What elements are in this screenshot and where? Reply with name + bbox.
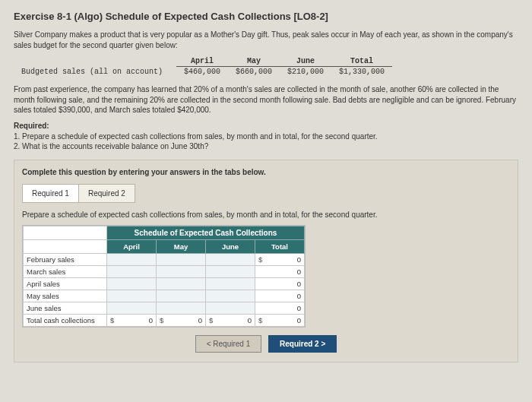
sched-col-may: May (157, 239, 206, 253)
row-june: June sales 0 (24, 302, 305, 314)
schedule-title: Schedule of Expected Cash Collections (107, 226, 305, 239)
cell-mar-april[interactable] (107, 265, 157, 277)
rowlbl-may: May sales (24, 290, 107, 302)
row-february: February sales $0 (24, 253, 305, 265)
col-april: April (176, 56, 228, 67)
rowlbl-jun: June sales (24, 302, 107, 314)
cell-apr-june[interactable] (206, 277, 255, 290)
cell-apr-may[interactable] (157, 277, 206, 290)
exercise-title: Exercise 8-1 (Algo) Schedule of Expected… (14, 11, 518, 22)
answer-panel: Complete this question by entering your … (14, 160, 518, 362)
cell-may-april[interactable] (107, 290, 157, 302)
cell-may-june[interactable] (206, 290, 255, 302)
val-june: $210,000 (280, 67, 331, 78)
cell-mar-june[interactable] (206, 265, 255, 277)
tabs: Required 1 Required 2 (22, 184, 510, 203)
rowlbl-feb: February sales (24, 253, 107, 265)
rowlbl-total: Total cash collections (24, 314, 107, 326)
cell-may-total: 0 (255, 290, 305, 302)
sched-col-june: June (206, 239, 255, 253)
val-total: $1,330,000 (331, 67, 392, 78)
required-heading: Required: (14, 122, 518, 130)
cell-apr-total: 0 (255, 277, 305, 290)
cell-may-may[interactable] (157, 290, 206, 302)
cell-tot-april: $0 (107, 314, 157, 326)
row-total: Total cash collections $0 $0 $0 $0 (24, 314, 305, 326)
cell-mar-total: 0 (255, 265, 305, 277)
cell-jun-may[interactable] (157, 302, 206, 314)
tab-required-2[interactable]: Required 2 (79, 184, 135, 203)
nav-buttons: < Required 1 Required 2 > (22, 335, 510, 353)
cell-feb-total: $0 (255, 253, 305, 265)
rowlbl-mar: March sales (24, 265, 107, 277)
cell-jun-june[interactable] (206, 302, 255, 314)
cell-feb-may[interactable] (157, 253, 206, 265)
nav-next-button[interactable]: Required 2 > (268, 335, 337, 353)
cell-feb-june[interactable] (206, 253, 255, 265)
cell-tot-may: $0 (157, 314, 206, 326)
budget-row-label: Budgeted sales (all on account) (14, 67, 176, 78)
cell-jun-total: 0 (255, 302, 305, 314)
panel-instruction: Complete this question by entering your … (22, 168, 510, 176)
schedule-table: Schedule of Expected Cash Collections Ap… (23, 226, 305, 327)
required-item-1: 1. Prepare a schedule of expected cash c… (14, 131, 518, 142)
rowlbl-apr: April sales (24, 277, 107, 290)
cell-apr-april[interactable] (107, 277, 157, 290)
tab1-instruction: Prepare a schedule of expected cash coll… (22, 210, 510, 219)
cell-tot-june: $0 (206, 314, 255, 326)
schedule-table-wrap: Schedule of Expected Cash Collections Ap… (22, 225, 306, 328)
cell-mar-may[interactable] (157, 265, 206, 277)
row-may: May sales 0 (24, 290, 305, 302)
budget-table: April May June Total Budgeted sales (all… (14, 56, 392, 77)
row-march: March sales 0 (24, 265, 305, 277)
row-april: April sales 0 (24, 277, 305, 290)
sched-col-total: Total (255, 239, 305, 253)
cell-jun-april[interactable] (107, 302, 157, 314)
cell-feb-april[interactable] (107, 253, 157, 265)
val-april: $460,000 (176, 67, 228, 78)
intro-text: Silver Company makes a product that is v… (14, 30, 518, 50)
para-experience: From past experience, the company has le… (14, 84, 518, 116)
col-total: Total (331, 56, 392, 67)
required-item-2: 2. What is the accounts receivable balan… (14, 141, 518, 152)
col-may: May (228, 56, 280, 67)
cell-tot-total: $0 (255, 314, 305, 326)
sched-col-april: April (107, 239, 157, 253)
col-june: June (280, 56, 331, 67)
tab-required-1[interactable]: Required 1 (22, 184, 79, 203)
nav-prev-button[interactable]: < Required 1 (195, 335, 262, 353)
val-may: $660,000 (228, 67, 280, 78)
